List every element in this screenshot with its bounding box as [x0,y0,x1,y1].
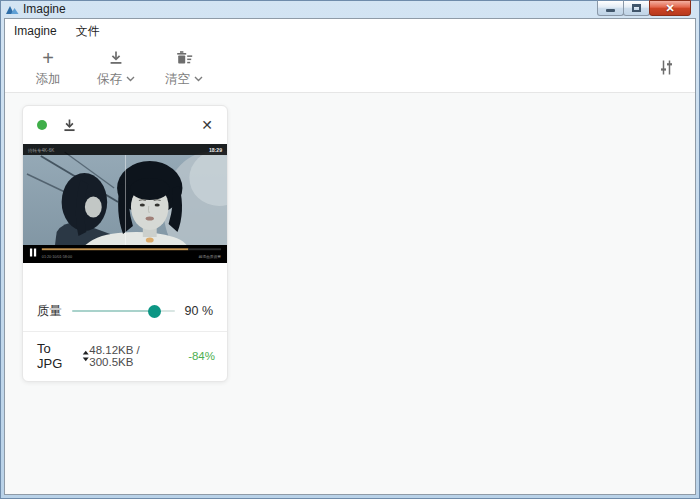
save-label: 保存 [97,71,122,88]
pause-icon [30,249,32,257]
format-row: To JPG 48.12KB / 300.5KB -84% [23,331,227,381]
add-label: 添加 [36,71,61,88]
download-icon [62,118,77,133]
compare-split-line [125,155,126,245]
minimize-button[interactable] [597,0,624,16]
format-label: To JPG [37,341,77,371]
image-card: ✕ [22,105,228,382]
maximize-button[interactable] [623,0,650,16]
card-save-button[interactable] [62,118,77,133]
savings-badge: -84% [188,350,215,362]
menu-file[interactable]: 文件 [76,23,100,40]
maximize-icon [632,4,641,12]
card-close-button[interactable]: ✕ [201,118,213,132]
video-quality-text: 超清画质设置 [199,254,222,259]
video-progress-bar [42,248,189,250]
content-area: ✕ [5,93,695,494]
chevron-down-icon [194,76,203,82]
close-button[interactable]: ✕ [649,0,691,16]
quality-value: 90 % [185,304,214,318]
quality-label: 质量 [37,303,62,320]
download-icon [108,50,124,66]
watermark [146,237,154,242]
image-thumbnail[interactable]: 待转专4K-6K 18:29 01:20:10/01:58:00 超清画质设置 [23,144,227,263]
add-button[interactable]: + 添加 [27,48,69,88]
video-control-bar: 01:20:10/01:58:00 超清画质设置 [23,245,227,263]
client-area: Imagine 文件 + 添加 保存 [4,18,696,495]
minimize-icon [606,9,615,12]
window-title: Imagine [23,3,66,16]
window-controls: ✕ [598,0,691,16]
quality-row: 质量 90 % [23,299,227,323]
clear-label: 清空 [165,71,190,88]
clear-button[interactable]: 清空 [163,48,205,88]
card-header: ✕ [23,106,227,144]
status-dot-icon [37,120,47,130]
menu-bar: Imagine 文件 [5,19,695,43]
chevron-down-icon [126,76,135,82]
trash-clear-icon [176,50,193,66]
video-time-text: 01:20:10/01:58:00 [42,255,72,259]
video-clock-text: 18:29 [209,147,222,153]
tune-sliders-icon [658,59,675,76]
title-bar: Imagine ✕ [1,1,699,18]
video-top-bar: 待转专4K-6K 18:29 [23,144,227,155]
format-select[interactable]: To JPG [37,341,89,371]
close-icon: ✕ [665,3,674,14]
quality-slider[interactable] [72,305,175,318]
slider-thumb[interactable] [148,305,161,318]
slider-track-filled [72,310,154,312]
plus-icon: + [42,49,54,67]
toolbar: + 添加 保存 [5,43,695,93]
up-down-arrows-icon [82,350,89,362]
save-button[interactable]: 保存 [95,48,137,88]
settings-button[interactable] [653,55,679,81]
file-size-text: 48.12KB / 300.5KB [89,344,181,368]
app-logo-icon [6,4,19,15]
app-window: Imagine ✕ Imagine 文件 + 添加 [0,0,700,499]
menu-imagine[interactable]: Imagine [14,24,57,38]
